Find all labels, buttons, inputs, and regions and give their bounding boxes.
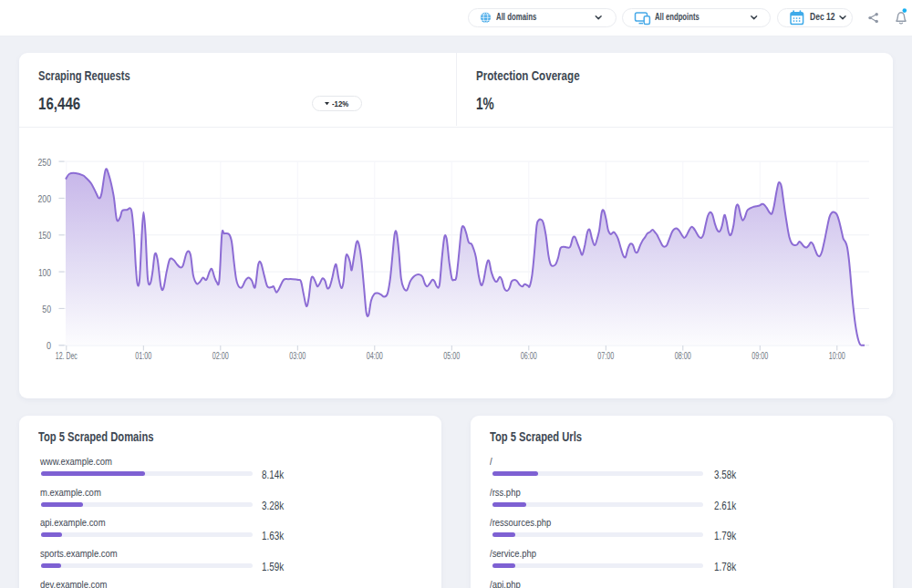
svg-text:100: 100 xyxy=(38,268,51,278)
svg-text:10:00: 10:00 xyxy=(829,351,845,361)
svg-text:02:00: 02:00 xyxy=(212,351,229,361)
svg-text:200: 200 xyxy=(38,194,52,204)
svg-text:250: 250 xyxy=(38,158,52,168)
svg-text:04:00: 04:00 xyxy=(367,351,383,361)
svg-text:150: 150 xyxy=(38,231,51,241)
svg-text:08:00: 08:00 xyxy=(675,351,691,361)
svg-text:09:00: 09:00 xyxy=(751,351,768,361)
svg-text:07:00: 07:00 xyxy=(597,351,614,361)
svg-text:06:00: 06:00 xyxy=(521,351,537,361)
svg-text:01:00: 01:00 xyxy=(135,351,151,361)
svg-text:0: 0 xyxy=(47,341,51,351)
svg-text:05:00: 05:00 xyxy=(443,351,460,361)
svg-text:12. Dec: 12. Dec xyxy=(56,351,78,361)
svg-text:03:00: 03:00 xyxy=(289,351,306,361)
svg-text:50: 50 xyxy=(42,304,51,315)
